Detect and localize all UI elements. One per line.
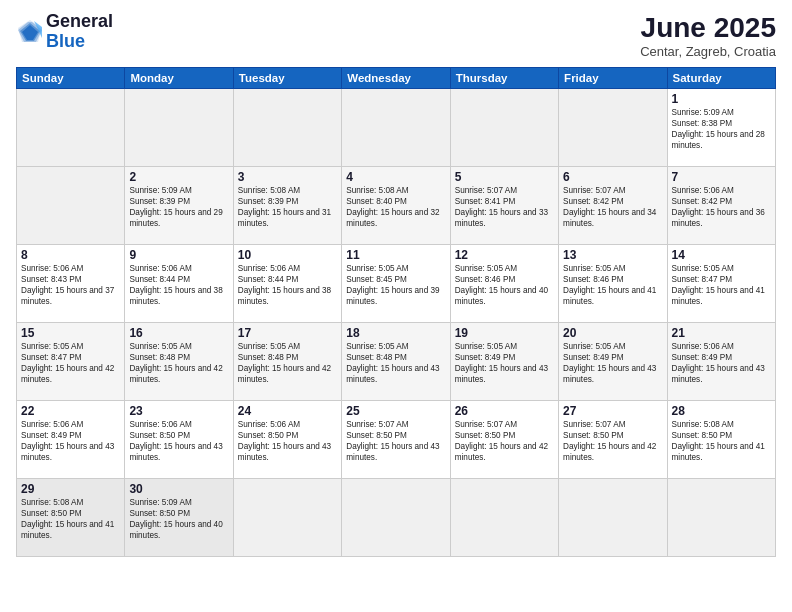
logo-blue: Blue [46, 31, 85, 51]
day-number: 18 [346, 326, 445, 340]
table-row: 2Sunrise: 5:09 AMSunset: 8:39 PMDaylight… [125, 167, 233, 245]
day-info: Sunrise: 5:05 AMSunset: 8:48 PMDaylight:… [238, 341, 337, 385]
day-number: 10 [238, 248, 337, 262]
table-row [450, 479, 558, 557]
day-number: 24 [238, 404, 337, 418]
day-info: Sunrise: 5:05 AMSunset: 8:48 PMDaylight:… [346, 341, 445, 385]
table-row: 25Sunrise: 5:07 AMSunset: 8:50 PMDayligh… [342, 401, 450, 479]
day-info: Sunrise: 5:05 AMSunset: 8:48 PMDaylight:… [129, 341, 228, 385]
day-number: 2 [129, 170, 228, 184]
table-row: 3Sunrise: 5:08 AMSunset: 8:39 PMDaylight… [233, 167, 341, 245]
col-wednesday: Wednesday [342, 68, 450, 89]
day-info: Sunrise: 5:06 AMSunset: 8:42 PMDaylight:… [672, 185, 771, 229]
calendar-week-3: 8Sunrise: 5:06 AMSunset: 8:43 PMDaylight… [17, 245, 776, 323]
day-number: 6 [563, 170, 662, 184]
day-info: Sunrise: 5:09 AMSunset: 8:38 PMDaylight:… [672, 107, 771, 151]
table-row: 30Sunrise: 5:09 AMSunset: 8:50 PMDayligh… [125, 479, 233, 557]
day-number: 17 [238, 326, 337, 340]
day-number: 15 [21, 326, 120, 340]
table-row: 16Sunrise: 5:05 AMSunset: 8:48 PMDayligh… [125, 323, 233, 401]
day-info: Sunrise: 5:05 AMSunset: 8:49 PMDaylight:… [563, 341, 662, 385]
col-thursday: Thursday [450, 68, 558, 89]
day-info: Sunrise: 5:06 AMSunset: 8:49 PMDaylight:… [672, 341, 771, 385]
day-info: Sunrise: 5:07 AMSunset: 8:42 PMDaylight:… [563, 185, 662, 229]
table-row: 6Sunrise: 5:07 AMSunset: 8:42 PMDaylight… [559, 167, 667, 245]
table-row [17, 167, 125, 245]
table-row [342, 89, 450, 167]
calendar-week-1: 1Sunrise: 5:09 AMSunset: 8:38 PMDaylight… [17, 89, 776, 167]
table-row: 28Sunrise: 5:08 AMSunset: 8:50 PMDayligh… [667, 401, 775, 479]
day-info: Sunrise: 5:05 AMSunset: 8:46 PMDaylight:… [455, 263, 554, 307]
table-row: 4Sunrise: 5:08 AMSunset: 8:40 PMDaylight… [342, 167, 450, 245]
table-row [450, 89, 558, 167]
header: General Blue June 2025 Centar, Zagreb, C… [16, 12, 776, 59]
day-info: Sunrise: 5:08 AMSunset: 8:40 PMDaylight:… [346, 185, 445, 229]
calendar-header-row: Sunday Monday Tuesday Wednesday Thursday… [17, 68, 776, 89]
day-number: 7 [672, 170, 771, 184]
logo-text: General Blue [46, 12, 113, 52]
day-number: 5 [455, 170, 554, 184]
table-row: 20Sunrise: 5:05 AMSunset: 8:49 PMDayligh… [559, 323, 667, 401]
day-number: 25 [346, 404, 445, 418]
day-info: Sunrise: 5:06 AMSunset: 8:49 PMDaylight:… [21, 419, 120, 463]
logo-general: General [46, 11, 113, 31]
day-number: 13 [563, 248, 662, 262]
day-number: 4 [346, 170, 445, 184]
table-row [17, 89, 125, 167]
day-info: Sunrise: 5:05 AMSunset: 8:45 PMDaylight:… [346, 263, 445, 307]
day-info: Sunrise: 5:06 AMSunset: 8:43 PMDaylight:… [21, 263, 120, 307]
day-info: Sunrise: 5:07 AMSunset: 8:50 PMDaylight:… [563, 419, 662, 463]
calendar-title: June 2025 [640, 12, 776, 44]
table-row [667, 479, 775, 557]
calendar-week-2: 2Sunrise: 5:09 AMSunset: 8:39 PMDaylight… [17, 167, 776, 245]
day-number: 19 [455, 326, 554, 340]
table-row [233, 89, 341, 167]
day-info: Sunrise: 5:07 AMSunset: 8:41 PMDaylight:… [455, 185, 554, 229]
table-row: 9Sunrise: 5:06 AMSunset: 8:44 PMDaylight… [125, 245, 233, 323]
table-row: 18Sunrise: 5:05 AMSunset: 8:48 PMDayligh… [342, 323, 450, 401]
day-info: Sunrise: 5:09 AMSunset: 8:50 PMDaylight:… [129, 497, 228, 541]
table-row: 11Sunrise: 5:05 AMSunset: 8:45 PMDayligh… [342, 245, 450, 323]
day-info: Sunrise: 5:05 AMSunset: 8:46 PMDaylight:… [563, 263, 662, 307]
day-info: Sunrise: 5:08 AMSunset: 8:50 PMDaylight:… [672, 419, 771, 463]
table-row [233, 479, 341, 557]
col-friday: Friday [559, 68, 667, 89]
title-block: June 2025 Centar, Zagreb, Croatia [640, 12, 776, 59]
table-row: 5Sunrise: 5:07 AMSunset: 8:41 PMDaylight… [450, 167, 558, 245]
day-number: 3 [238, 170, 337, 184]
day-info: Sunrise: 5:07 AMSunset: 8:50 PMDaylight:… [455, 419, 554, 463]
logo: General Blue [16, 12, 113, 52]
day-number: 14 [672, 248, 771, 262]
day-number: 1 [672, 92, 771, 106]
day-info: Sunrise: 5:07 AMSunset: 8:50 PMDaylight:… [346, 419, 445, 463]
day-info: Sunrise: 5:08 AMSunset: 8:50 PMDaylight:… [21, 497, 120, 541]
day-info: Sunrise: 5:09 AMSunset: 8:39 PMDaylight:… [129, 185, 228, 229]
day-number: 20 [563, 326, 662, 340]
calendar-week-6: 29Sunrise: 5:08 AMSunset: 8:50 PMDayligh… [17, 479, 776, 557]
table-row [559, 89, 667, 167]
day-number: 12 [455, 248, 554, 262]
day-info: Sunrise: 5:06 AMSunset: 8:50 PMDaylight:… [238, 419, 337, 463]
day-number: 16 [129, 326, 228, 340]
col-saturday: Saturday [667, 68, 775, 89]
day-info: Sunrise: 5:06 AMSunset: 8:44 PMDaylight:… [129, 263, 228, 307]
table-row: 29Sunrise: 5:08 AMSunset: 8:50 PMDayligh… [17, 479, 125, 557]
day-number: 21 [672, 326, 771, 340]
table-row: 23Sunrise: 5:06 AMSunset: 8:50 PMDayligh… [125, 401, 233, 479]
table-row: 21Sunrise: 5:06 AMSunset: 8:49 PMDayligh… [667, 323, 775, 401]
day-info: Sunrise: 5:05 AMSunset: 8:49 PMDaylight:… [455, 341, 554, 385]
day-number: 30 [129, 482, 228, 496]
table-row: 10Sunrise: 5:06 AMSunset: 8:44 PMDayligh… [233, 245, 341, 323]
day-info: Sunrise: 5:06 AMSunset: 8:50 PMDaylight:… [129, 419, 228, 463]
calendar-subtitle: Centar, Zagreb, Croatia [640, 44, 776, 59]
table-row: 15Sunrise: 5:05 AMSunset: 8:47 PMDayligh… [17, 323, 125, 401]
logo-icon [16, 18, 44, 46]
table-row: 22Sunrise: 5:06 AMSunset: 8:49 PMDayligh… [17, 401, 125, 479]
table-row: 13Sunrise: 5:05 AMSunset: 8:46 PMDayligh… [559, 245, 667, 323]
col-tuesday: Tuesday [233, 68, 341, 89]
day-number: 29 [21, 482, 120, 496]
table-row [559, 479, 667, 557]
day-info: Sunrise: 5:05 AMSunset: 8:47 PMDaylight:… [672, 263, 771, 307]
day-info: Sunrise: 5:05 AMSunset: 8:47 PMDaylight:… [21, 341, 120, 385]
col-monday: Monday [125, 68, 233, 89]
